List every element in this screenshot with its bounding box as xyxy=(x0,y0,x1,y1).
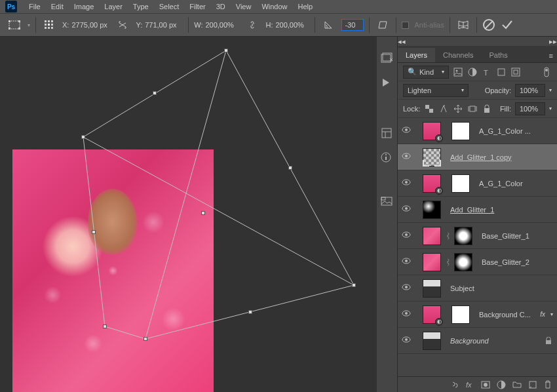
layer-row[interactable]: ◐Background C...fx▾ xyxy=(398,302,557,328)
layer-name-label[interactable]: Add_Glitter_1 xyxy=(450,206,553,214)
menu-window[interactable]: Window xyxy=(256,1,292,12)
transform-handle[interactable] xyxy=(92,230,96,234)
transform-handle[interactable] xyxy=(103,324,107,328)
group-layers-icon[interactable] xyxy=(512,380,522,389)
layer-name-label[interactable]: Add_Glitter_1 copy xyxy=(450,153,553,161)
layer-row[interactable]: ◐A_G_1_Color xyxy=(398,170,557,197)
layer-name-label[interactable]: A_G_1_Color xyxy=(479,180,553,187)
layer-name-label[interactable]: Subject xyxy=(450,284,553,292)
menu-help[interactable]: Help xyxy=(293,1,318,12)
transform-handle[interactable] xyxy=(224,49,228,52)
x-position-field[interactable]: X:2775,00 px xyxy=(62,21,109,29)
layer-name-label[interactable]: A_G_1_Color ... xyxy=(479,127,553,135)
delete-layer-icon[interactable] xyxy=(544,380,553,389)
menu-select[interactable]: Select xyxy=(154,1,185,12)
transform-handle[interactable] xyxy=(352,283,356,287)
warp-mode-icon[interactable] xyxy=(455,17,471,33)
visibility-toggle[interactable] xyxy=(402,127,411,136)
properties-panel-icon[interactable] xyxy=(381,127,394,140)
filter-pixel-icon[interactable] xyxy=(453,67,463,77)
layer-name-label[interactable]: Background C... xyxy=(479,311,536,319)
layer-thumbnail[interactable]: ◐ xyxy=(423,122,441,140)
layer-row[interactable]: Base_Glitter_1 xyxy=(398,223,557,249)
lock-all-icon[interactable] xyxy=(482,104,492,114)
new-layer-icon[interactable] xyxy=(528,380,537,389)
visibility-toggle[interactable] xyxy=(402,336,411,345)
layer-thumbnail[interactable]: ◐ xyxy=(423,305,441,324)
document-canvas[interactable] xyxy=(12,149,214,392)
layer-row[interactable]: Subject xyxy=(398,275,557,302)
menu-filter[interactable]: Filter xyxy=(184,1,210,12)
actions-panel-icon[interactable] xyxy=(381,77,394,90)
transform-handle[interactable] xyxy=(81,135,85,139)
visibility-toggle[interactable] xyxy=(402,284,411,293)
transform-handle[interactable] xyxy=(248,310,252,314)
layer-row[interactable]: Base_Glitter_2 xyxy=(398,249,557,275)
layer-row[interactable]: Add_Glitter_1 copy xyxy=(398,144,557,170)
visibility-toggle[interactable] xyxy=(402,179,411,188)
layer-thumbnail[interactable] xyxy=(423,332,441,350)
filter-toggle-switch[interactable] xyxy=(541,67,552,77)
skew-h-icon[interactable] xyxy=(375,17,391,33)
link-layers-icon[interactable] xyxy=(450,380,459,389)
cancel-transform-button[interactable] xyxy=(482,18,495,31)
info-panel-icon[interactable] xyxy=(381,152,394,165)
panel-menu-icon[interactable]: ≡ xyxy=(545,49,557,62)
filter-type-icon[interactable]: T xyxy=(482,67,492,77)
transform-handle[interactable] xyxy=(201,211,205,215)
lock-pixels-icon[interactable] xyxy=(438,104,449,114)
visibility-toggle[interactable] xyxy=(402,205,411,214)
layer-style-icon[interactable]: fx xyxy=(465,380,474,389)
layer-mask-thumbnail[interactable] xyxy=(451,174,470,193)
layer-thumbnail[interactable] xyxy=(423,279,441,298)
swap-xy-icon[interactable] xyxy=(115,17,130,33)
menu-type[interactable]: Type xyxy=(128,1,154,12)
mask-link-icon[interactable] xyxy=(445,258,450,267)
y-position-field[interactable]: Y:771,00 px xyxy=(136,21,183,29)
layer-mask-thumbnail[interactable] xyxy=(451,305,470,324)
visibility-toggle[interactable] xyxy=(402,258,411,267)
blend-mode-dropdown[interactable]: Lighten▾ xyxy=(403,84,469,97)
layer-row[interactable]: Add_Glitter_1 xyxy=(398,197,557,223)
antialias-checkbox[interactable] xyxy=(402,22,409,29)
visibility-toggle[interactable] xyxy=(402,231,411,241)
layer-name-label[interactable]: Base_Glitter_2 xyxy=(482,258,553,266)
layer-mask-thumbnail[interactable] xyxy=(454,253,472,271)
commit-transform-button[interactable] xyxy=(501,18,514,31)
layer-row[interactable]: Background xyxy=(398,328,557,354)
panel-collapse-button[interactable]: ◂◂▸▸ xyxy=(398,37,557,46)
adjustment-layer-icon[interactable] xyxy=(497,380,506,389)
layer-name-label[interactable]: Base_Glitter_1 xyxy=(482,232,553,240)
lock-position-icon[interactable] xyxy=(453,104,463,114)
menu-image[interactable]: Image xyxy=(69,1,100,12)
tab-channels[interactable]: Channels xyxy=(435,48,481,62)
layer-fx-badge[interactable]: fx xyxy=(540,311,545,318)
lock-artboard-icon[interactable] xyxy=(467,104,478,114)
opacity-input[interactable]: 100% xyxy=(515,84,545,97)
menu-view[interactable]: View xyxy=(231,1,257,12)
fill-input[interactable]: 100% xyxy=(515,102,545,115)
layer-mask-thumbnail[interactable] xyxy=(451,122,470,140)
layer-thumbnail[interactable] xyxy=(423,227,441,245)
filter-adjustment-icon[interactable] xyxy=(467,67,478,77)
height-field[interactable]: H:200,00% xyxy=(265,21,309,29)
layer-thumbnail[interactable]: ◐ xyxy=(423,174,441,193)
menu-layer[interactable]: Layer xyxy=(99,1,128,12)
transform-handle[interactable] xyxy=(144,337,147,341)
transform-handle[interactable] xyxy=(153,91,157,95)
filter-shape-icon[interactable] xyxy=(496,67,507,77)
lock-transparency-icon[interactable] xyxy=(424,104,434,114)
layer-thumbnail[interactable] xyxy=(423,148,441,167)
transform-handle[interactable] xyxy=(288,166,292,170)
angle-input[interactable] xyxy=(341,19,364,31)
layer-mask-icon[interactable] xyxy=(481,380,490,389)
tab-layers[interactable]: Layers xyxy=(398,48,435,62)
layer-thumbnail[interactable] xyxy=(423,201,441,219)
layer-kind-filter[interactable]: 🔍Kind▾ xyxy=(403,66,449,79)
transform-tool-icon[interactable] xyxy=(7,17,22,33)
layer-name-label[interactable]: Background xyxy=(450,337,541,345)
filter-smartobject-icon[interactable] xyxy=(510,67,521,77)
canvas-area[interactable] xyxy=(0,37,377,392)
menu-3d[interactable]: 3D xyxy=(211,1,231,12)
menu-edit[interactable]: Edit xyxy=(46,1,69,12)
